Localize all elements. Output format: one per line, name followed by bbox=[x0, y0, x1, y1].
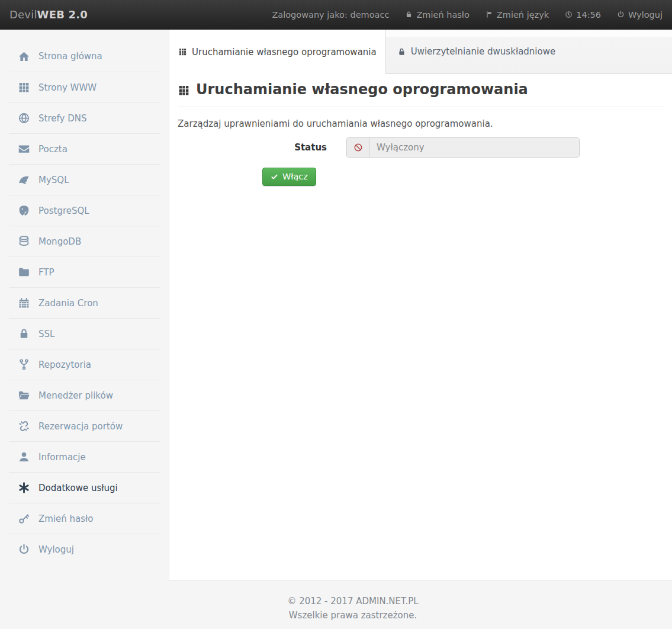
check-icon bbox=[271, 173, 278, 181]
content: Uruchamianie własnego oprogramowania Zar… bbox=[169, 74, 672, 186]
change-language-label: Zmień język bbox=[497, 10, 549, 20]
folder-open-icon bbox=[18, 389, 30, 402]
calendar-icon bbox=[18, 297, 30, 309]
clock-icon bbox=[565, 11, 573, 18]
folder-icon bbox=[18, 266, 30, 278]
change-language-link[interactable]: Zmień język bbox=[485, 10, 549, 20]
grid-icon bbox=[178, 47, 187, 56]
sidebar-item-rezerwacja-portow[interactable]: Rezerwacja portów bbox=[9, 410, 160, 441]
flag-icon bbox=[485, 11, 493, 18]
navbar-menu: Zalogowany jako: demoacc Zmień hasło Zmi… bbox=[272, 10, 663, 20]
power-icon bbox=[18, 543, 30, 556]
code-fork-icon bbox=[18, 358, 30, 371]
tab-uwierzytelnianie-dwuskladniowe[interactable]: Uwierzytelnianie dwuskładniowe bbox=[386, 30, 567, 73]
globe-icon bbox=[18, 112, 30, 124]
user-icon bbox=[18, 451, 30, 463]
lock-icon bbox=[18, 328, 30, 340]
sidebar-item-menedzer-plikow[interactable]: Menedżer plików bbox=[9, 380, 160, 410]
tab-label: Uruchamianie własnego oprogramowania bbox=[192, 47, 377, 57]
sidebar-item-zmien-haslo[interactable]: Zmień hasło bbox=[9, 503, 160, 534]
sidebar-item-dodatkowe-uslugi[interactable]: Dodatkowe usługi bbox=[9, 472, 160, 503]
sidebar-item-wyloguj[interactable]: Wyloguj bbox=[9, 534, 160, 564]
sidebar-item-informacje[interactable]: Informacje bbox=[9, 441, 160, 472]
footer: © 2012 - 2017 ADMIN.NET.PL Wszelkie praw… bbox=[169, 580, 537, 622]
status-input[interactable] bbox=[369, 138, 579, 157]
tab-uruchamianie-wlasnego-oprogramowania[interactable]: Uruchamianie własnego oprogramowania bbox=[169, 30, 386, 74]
envelope-icon bbox=[18, 143, 30, 155]
sidebar-item-strona-glowna[interactable]: Strona główna bbox=[9, 41, 160, 72]
page-body: Strona główna Strony WWW Strefy DNS Pocz… bbox=[0, 30, 672, 580]
mysql-icon bbox=[18, 174, 30, 186]
tab-label: Uwierzytelnianie dwuskładniowe bbox=[411, 46, 556, 57]
grid-icon bbox=[18, 81, 30, 94]
footer-copyright: © 2012 - 2017 ADMIN.NET.PL bbox=[169, 594, 537, 608]
sidebar-item-poczta[interactable]: Poczta bbox=[9, 133, 160, 164]
postgresql-icon bbox=[18, 204, 30, 217]
page-title-text: Uruchamianie własnego oprogramowania bbox=[196, 81, 528, 98]
footer-rights: Wszelkie prawa zastrzeżone. bbox=[169, 608, 537, 622]
enable-button[interactable]: Włącz bbox=[262, 168, 316, 186]
logout-link[interactable]: Wyloguj bbox=[617, 10, 663, 20]
sidebar-item-ssl[interactable]: SSL bbox=[9, 318, 160, 349]
brand-logo[interactable]: DevilWEB 2.0 bbox=[9, 8, 88, 21]
page-title: Uruchamianie własnego oprogramowania bbox=[178, 81, 663, 107]
change-password-link[interactable]: Zmień hasło bbox=[405, 10, 469, 20]
status-label: Status bbox=[178, 142, 327, 153]
lock-icon bbox=[405, 11, 413, 18]
status-row: Status bbox=[178, 137, 663, 158]
sidebar: Strona główna Strony WWW Strefy DNS Pocz… bbox=[0, 30, 169, 580]
enable-button-label: Włącz bbox=[282, 172, 308, 181]
status-input-group bbox=[346, 137, 580, 158]
logged-in-as-text: Zalogowany jako: demoacc bbox=[272, 10, 389, 20]
status-addon bbox=[347, 138, 369, 157]
sidebar-item-strefy-dns[interactable]: Strefy DNS bbox=[9, 102, 160, 133]
clock-widget: 14:56 bbox=[565, 10, 601, 20]
page-description: Zarządzaj uprawnieniami do uruchamiania … bbox=[178, 118, 663, 129]
sidebar-item-zadania-cron[interactable]: Zadania Cron bbox=[9, 287, 160, 318]
sidebar-item-mongodb[interactable]: MongoDB bbox=[9, 226, 160, 256]
sidebar-item-mysql[interactable]: MySQL bbox=[9, 164, 160, 195]
sidebar-item-strony-www[interactable]: Strony WWW bbox=[9, 72, 160, 102]
asterisk-icon bbox=[18, 482, 30, 494]
brand-prefix: Devil bbox=[9, 8, 37, 21]
time-text: 14:56 bbox=[576, 10, 601, 20]
grid-icon bbox=[178, 84, 190, 97]
brand-suffix: WEB 2.0 bbox=[37, 8, 88, 21]
top-navbar: DevilWEB 2.0 Zalogowany jako: demoacc Zm… bbox=[0, 0, 672, 30]
change-password-label: Zmień hasło bbox=[416, 10, 469, 20]
power-icon bbox=[617, 11, 625, 18]
sidebar-item-repozytoria[interactable]: Repozytoria bbox=[9, 349, 160, 380]
logout-label: Wyloguj bbox=[628, 10, 663, 20]
lock-icon bbox=[397, 47, 406, 56]
key-icon bbox=[18, 512, 30, 525]
home-icon bbox=[18, 50, 30, 63]
chain-broken-icon bbox=[18, 420, 30, 432]
tab-bar: Uruchamianie własnego oprogramowania Uwi… bbox=[169, 30, 672, 74]
ban-icon bbox=[353, 143, 363, 152]
database-icon bbox=[18, 235, 30, 248]
sidebar-item-postgresql[interactable]: PostgreSQL bbox=[9, 195, 160, 226]
sidebar-menu: Strona główna Strony WWW Strefy DNS Pocz… bbox=[9, 41, 160, 564]
sidebar-item-ftp[interactable]: FTP bbox=[9, 256, 160, 287]
main-panel: Uruchamianie własnego oprogramowania Uwi… bbox=[169, 30, 672, 580]
